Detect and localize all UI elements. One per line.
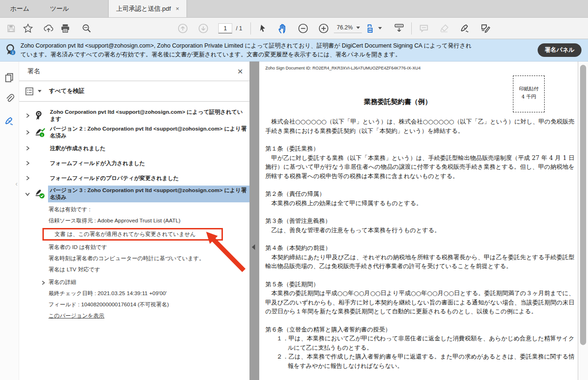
- doc-paragraph: 本業務の税務上の効果は全て甲に帰属するものとする。: [265, 199, 574, 208]
- fit-width-button[interactable]: [364, 21, 384, 36]
- view-version-link[interactable]: このバージョンを表示: [48, 312, 104, 320]
- signature-tree: Zoho Corporation pvt ltd <support@zohosi…: [19, 102, 249, 322]
- hand-tool-button[interactable]: [274, 21, 291, 36]
- previous-page-button[interactable]: [174, 21, 191, 36]
- detail-signing-time: 署名時刻は署名者のコンピューターの時計に基づいています。: [48, 253, 249, 264]
- panel-options-row: すべてを検証: [19, 81, 249, 102]
- doc-paragraph: 第２条（責任の帰属）: [265, 189, 574, 199]
- tab-tools[interactable]: ツール: [40, 0, 79, 17]
- tree-row-annotations[interactable]: 注釈が作成されました: [19, 141, 249, 156]
- page-thumbnails-button[interactable]: [1, 67, 17, 88]
- sign-button[interactable]: [457, 21, 473, 36]
- zoom-in-button[interactable]: [315, 21, 332, 36]
- minus-circle-icon: [297, 23, 309, 34]
- tab-home[interactable]: ホーム: [0, 0, 40, 17]
- tab-document[interactable]: 上司承認と送信.pdf ×: [108, 0, 187, 17]
- comment-icon: [419, 23, 429, 34]
- doc-paragraph: 第５条（委託期間）: [265, 280, 574, 289]
- tree-row-form-props[interactable]: フォームフィールドのプロパティが変更されました: [19, 171, 249, 186]
- left-navigation-rail: [0, 62, 19, 380]
- toolbar: 1 / 1 76.2%: [0, 18, 588, 39]
- tree-row-version-2[interactable]: i バージョン 2 : Zoho Corporation pvt ltd <su…: [19, 124, 249, 141]
- chevron-right-icon[interactable]: [25, 145, 34, 151]
- options-list-icon[interactable]: [25, 87, 34, 96]
- print-button[interactable]: [57, 21, 74, 36]
- panel-title: 署名: [28, 67, 237, 76]
- chevron-right-icon[interactable]: [25, 130, 34, 135]
- comment-button[interactable]: [415, 21, 432, 36]
- next-page-button[interactable]: [195, 21, 212, 36]
- tree-row-certified[interactable]: Zoho Corporation pvt ltd <support@zohosi…: [19, 107, 249, 124]
- arrow-up-circle-icon: [177, 23, 188, 34]
- detail-ltv: 署名は LTV 対応です: [48, 264, 249, 276]
- signature-panel-button[interactable]: 署名パネル: [538, 43, 581, 57]
- doc-paragraph: 第１条（委託業務）: [265, 144, 574, 153]
- chevron-down-icon: [356, 27, 360, 29]
- signature-pen-icon: [4, 116, 15, 127]
- attachments-button[interactable]: [1, 88, 17, 108]
- notice-line-1: Zoho Corporation pvt ltd <support@zohosi…: [21, 41, 531, 50]
- chevron-down-icon: [378, 27, 382, 29]
- hand-icon: [277, 23, 288, 34]
- tab-bar: ホーム ツール 上司承認と送信.pdf ×: [0, 0, 588, 18]
- doc-paragraph: 第４条（本契約の前提）: [265, 243, 574, 253]
- chevron-right-icon[interactable]: [25, 160, 34, 166]
- highlight-button[interactable]: [436, 21, 453, 36]
- share-button[interactable]: [40, 21, 57, 36]
- star-button[interactable]: [20, 21, 36, 36]
- zoom-level-value: 76.2%: [337, 24, 353, 31]
- certificate-badge-icon: i: [5, 43, 18, 57]
- printer-icon: [60, 23, 70, 34]
- chevron-right-icon[interactable]: [41, 280, 48, 285]
- zoom-level-dropdown[interactable]: 76.2%: [334, 23, 362, 33]
- pages-icon: [4, 72, 14, 83]
- highlighted-detail-box: 文書 は、この署名が適用されてから変更されていません: [42, 228, 223, 241]
- chevron-right-icon[interactable]: [25, 175, 34, 181]
- zoho-sign-document-id: Zoho Sign Document ID: RO2ER4_RKR3XVI-LJ…: [259, 62, 578, 70]
- search-button[interactable]: [78, 21, 95, 36]
- tree-row-form-filled[interactable]: フォームフィールドが入力されました: [19, 156, 249, 171]
- validate-all-button[interactable]: すべてを検証: [49, 87, 84, 95]
- detail-signature-valid: 署名は有効です :: [48, 204, 249, 215]
- plus-circle-icon: [318, 23, 329, 34]
- vertical-scrollbar[interactable]: [578, 62, 588, 380]
- signature-details-row[interactable]: 署名の詳細: [48, 277, 249, 288]
- detail-last-check: 最終チェック日時 : 2021.03.25 14:39:11 +09'00': [48, 288, 249, 299]
- tree-row-label: バージョン 2 : Zoho Corporation pvt ltd <supp…: [48, 124, 249, 141]
- page-number-input[interactable]: 1: [218, 23, 232, 34]
- scroll-mode-button[interactable]: [391, 21, 408, 36]
- revenue-stamp-box: 印紙貼付 4 千円: [513, 76, 545, 112]
- chevron-down-icon[interactable]: [38, 90, 42, 92]
- scrollbar-thumb[interactable]: [580, 65, 586, 345]
- star-icon: [23, 23, 33, 34]
- chevron-right-icon[interactable]: [25, 113, 34, 118]
- tree-row-label: Zoho Corporation pvt ltd <support@zohosi…: [48, 107, 249, 124]
- detail-doc-unchanged: 文書 は、この署名が適用されてから変更されていません: [55, 231, 196, 238]
- doc-paragraph: 第６条（立替金の精算と購入者誓約書の授受）: [265, 325, 574, 334]
- signature-panel-header: 署名 ×: [19, 62, 249, 81]
- save-button[interactable]: [3, 21, 20, 36]
- panel-close-icon[interactable]: ×: [237, 67, 243, 76]
- tree-row-version-3[interactable]: バージョン 3 : Zoho Corporation pvt ltd <supp…: [19, 186, 249, 202]
- svg-text:i: i: [12, 50, 13, 55]
- detail-signer-id: 署名者の ID は有効です: [48, 242, 249, 253]
- signature-panel: 署名 × すべてを検証: [19, 62, 249, 380]
- paperclip-icon: [4, 93, 14, 103]
- stamp-line-2: 4 千円: [513, 93, 544, 101]
- cloud-upload-icon: [43, 23, 54, 34]
- search-icon: [82, 23, 92, 34]
- notice-message: Zoho Corporation pvt ltd <support@zohosi…: [21, 41, 531, 59]
- tab-close-icon[interactable]: ×: [176, 5, 180, 12]
- signatures-rail-button[interactable]: [1, 111, 17, 131]
- zoom-out-button[interactable]: [295, 21, 311, 36]
- version-3-details: 署名は有効です : 信頼ソース取得元 : Adobe Approved Trus…: [19, 202, 249, 322]
- fill-sign-button[interactable]: [477, 21, 494, 36]
- chevron-down-icon[interactable]: [25, 191, 34, 197]
- select-tool-button[interactable]: [255, 21, 271, 36]
- panel-collapse-handle[interactable]: [252, 244, 255, 250]
- doc-paragraph: 株式会社○○○○○○（以下「甲」という）は、株式会社○○○○○○（以下「乙」とい…: [265, 117, 574, 135]
- view-version-row: このバージョンを表示: [48, 311, 249, 322]
- document-title: 業務委託契約書（例）: [259, 97, 536, 106]
- doc-paragraph: 本業務の委託期間は平成○○年○○月○○日より平成○○年○○月○○日とする。委託期…: [265, 289, 574, 316]
- document-page: Zoho Sign Document ID: RO2ER4_RKR3XVI-LJ…: [259, 62, 578, 380]
